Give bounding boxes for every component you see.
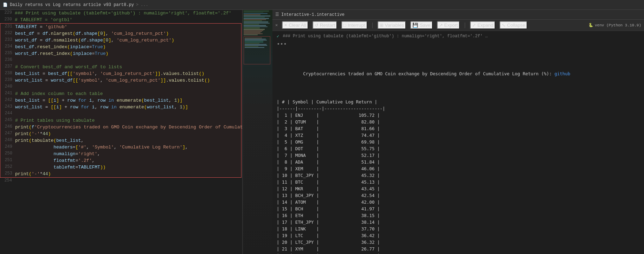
code-line-244: 244 [0,110,241,117]
file-icon: 📄 [3,2,8,7]
expand-label: Expand [477,23,493,28]
code-line-254: 254 [0,178,242,184]
code-line-247: 247 print('-'*44) [0,131,241,137]
file-title: Daily returns vs Log returns article v93… [10,2,134,7]
code-line-238: 238 best_list = best_df[['symbol', 'cum_… [0,70,241,77]
code-line-251: 251 floatfmt='.2f', [0,157,241,164]
code-line-232: 232 best_df = df.nlargest(df.shape[0], '… [0,30,241,37]
code-line-237: 237 # Convert best_df and worst_df to li… [0,64,241,70]
toolbar-separator-1 [372,23,373,28]
selected-code-block: 231 TABLEFMT = 'github' 232 best_df = df… [0,23,242,178]
save-icon: 💾 [412,23,418,28]
code-line-236: 236 [0,57,241,64]
code-line-242: 242 best_list = [[i] + row for i, row in… [0,97,241,104]
collapse-icon: ⤡ [502,23,505,28]
save-label: Save [420,23,430,28]
cell-code-preview: ### Print using tabulate (tablefmt='gith… [283,34,488,39]
interactive-title: Interactive-1.interactive [281,12,344,17]
code-line-234: 234 best_df.reset_index(inplace=True) [0,44,241,50]
code-line-233: 233 worst_df = df.nsmallest(df.shape[0],… [0,37,241,44]
breadcrumb-sep: > [136,2,139,7]
export-icon: ↗ [439,23,443,28]
restart-label: Restart [320,23,335,28]
code-line-241: 241 # Add index column to each table [0,90,241,97]
interactive-header: ☰ Interactive-1.interactive [272,10,644,20]
checkmark-icon: ✓ [277,34,279,39]
code-line-252: 252 tablefmt=TABLEFMT)) [0,164,241,171]
expand-icon: ⤢ [472,23,476,28]
code-line-246: 246 print(f'Cryptocurrencies traded on G… [0,124,241,131]
code-line-249: 249 headers=['#', 'Symbol', 'Cumulative … [0,144,241,151]
breadcrumb-ellipsis: ... [141,2,148,7]
code-line-253: 253 print('-'*44) [0,171,241,177]
code-line-243: 243 worst_list = [[i] + row for i, row i… [0,104,241,110]
variables-icon: ⊞ [380,23,384,28]
venv-label: venv (Python 3.10.9) [595,23,641,27]
minimap-content [243,10,272,254]
code-line-239: 239 worst_list = worst_df[['symbol', 'cu… [0,77,241,84]
toolbar: ✕ ✕ Clear All ↺ Restart □ Interrupt ⊞ Va… [272,20,644,31]
code-line-229: 229 ### Print using tabulate (tablefmt='… [0,10,242,17]
github-link: github [554,71,570,76]
collapse-label: Collapse [507,23,525,28]
code-line-230: 230 # TABLEFMT = 'orgtbl' [0,17,242,23]
python-icon: 🐍 [588,23,593,27]
interrupt-icon: □ [343,23,346,28]
table-output: Cryptocurrencies traded on GMO Coin exch… [277,50,640,254]
clear-all-button[interactable]: ✕ Clear All [282,21,308,29]
export-label: Export [444,23,458,28]
code-line-231: 231 TABLEFMT = 'github' [0,24,241,30]
clear-all-label: Clear All [289,23,306,28]
minimap[interactable] [243,10,272,254]
variables-label: Variables [385,23,404,28]
more-dots: ••• [277,41,287,47]
code-line-245: 245 # Print tables using tabulate [0,117,241,124]
expand-button[interactable]: ⤢ Expand [470,21,495,29]
table-content: | # | Symbol | Cumulative Log Return | |… [277,99,640,254]
interactive-panel: ☰ Interactive-1.interactive ✕ ✕ Clear Al… [272,10,644,254]
export-button[interactable]: ↗ Export [437,21,460,29]
restart-button[interactable]: ↺ Restart [313,21,337,29]
code-line-235: 235 worst_df.reset_index(inplace=True) [0,50,241,57]
code-line-248: 248 print(tabulate(best_list, [0,137,241,144]
code-panel: 229 ### Print using tabulate (tablefmt='… [0,10,243,254]
venv-badge: 🐍 venv (Python 3.10.9) [588,23,641,27]
output-area[interactable]: ✓ ### Print using tabulate (tablefmt='gi… [272,31,644,254]
interrupt-label: Interrupt [348,23,365,28]
more-button[interactable]: ••• [277,41,288,47]
code-line-240: 240 [0,84,241,90]
cell-header: ✓ ### Print using tabulate (tablefmt='gi… [277,34,640,39]
close-icon[interactable]: ✕ [275,23,278,28]
collapse-button[interactable]: ⤡ Collapse [500,21,527,29]
toolbar-separator-2 [465,23,465,28]
code-line-250: 250 numalign='right', [0,151,241,157]
code-editor[interactable]: 229 ### Print using tabulate (tablefmt='… [0,10,242,254]
interactive-icon: ☰ [275,12,279,17]
main-content: 229 ### Print using tabulate (tablefmt='… [0,10,644,254]
top-bar: 📄 Daily returns vs Log returns article v… [0,0,644,10]
restart-icon: ↺ [315,23,318,28]
save-button[interactable]: 💾 Save [410,21,432,29]
variables-button[interactable]: ⊞ Variables [378,21,406,29]
table-title: Cryptocurrencies traded on GMO Coin exch… [277,64,640,84]
interrupt-button[interactable]: □ Interrupt [341,21,367,29]
clear-icon: ✕ [284,23,287,27]
